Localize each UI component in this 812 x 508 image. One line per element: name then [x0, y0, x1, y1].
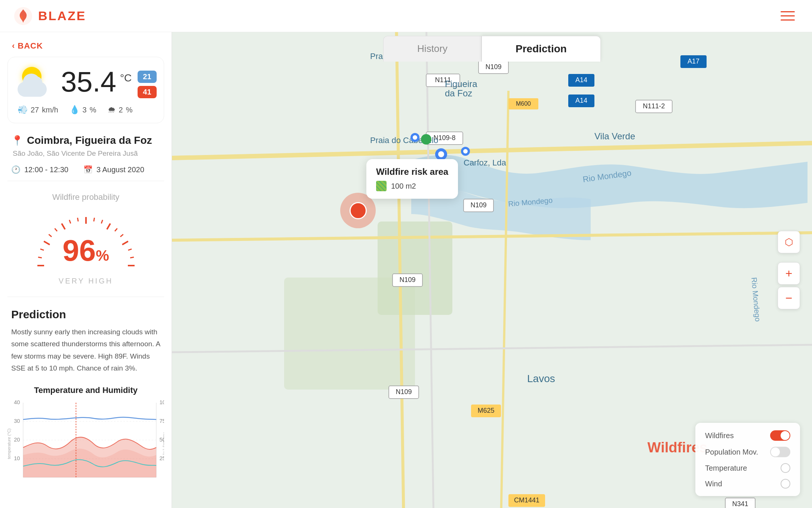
svg-text:N111-2: N111-2: [643, 102, 665, 110]
tab-history[interactable]: History: [383, 36, 482, 62]
divider-2: [7, 297, 164, 297]
svg-text:M600: M600: [516, 100, 531, 107]
zoom-in-button[interactable]: +: [778, 262, 800, 285]
layer-toggles-panel: Wildfires Population Mov. Temperature Wi…: [695, 423, 800, 496]
svg-point-92: [463, 149, 468, 154]
zoom-out-button[interactable]: −: [778, 287, 800, 309]
calendar-icon: 📅: [83, 165, 93, 174]
wind-unit: km/h: [42, 106, 58, 114]
divider-1: [7, 181, 164, 181]
svg-line-50: [501, 91, 508, 508]
svg-line-2: [38, 257, 41, 258]
probability-percent: %: [96, 247, 109, 264]
temperature-display: 35.4 °C: [61, 68, 132, 96]
temperature-toggle-label: Temperature: [705, 464, 747, 473]
layers-icon: ⬡: [785, 236, 793, 248]
rain-icon: 🌧: [108, 105, 116, 115]
weather-main-row: 35.4 °C 21 41: [18, 65, 154, 98]
svg-rect-45: [284, 278, 415, 390]
map-area: N111 N109 N109-8 A14 A17 N111-2 A14 N109…: [172, 32, 812, 508]
humidity-value: 3: [83, 106, 87, 114]
probability-label: Wildfire probability: [11, 192, 160, 202]
population-toggle-label: Population Mov.: [705, 448, 758, 456]
temp-value: 35.4: [61, 68, 116, 96]
minus-icon: −: [785, 291, 793, 305]
risk-popup-title: Wildfire risk area: [376, 167, 448, 177]
gauge-container: 96%: [34, 210, 138, 273]
prediction-title: Prediction: [11, 308, 160, 321]
svg-text:N109: N109: [470, 201, 486, 209]
svg-text:N109: N109: [396, 388, 412, 396]
weather-icon: [18, 67, 55, 97]
chart-svg: 40 30 20 10 100 75 50 25 temperature (°C…: [7, 399, 164, 489]
back-label: BACK: [18, 41, 43, 51]
date-value: 3 August 2020: [96, 165, 144, 174]
hamburger-menu[interactable]: [777, 7, 799, 24]
map-tabs: History Prediction: [172, 32, 812, 62]
time-item: 🕐 12:00 - 12:30: [11, 165, 68, 174]
population-toggle[interactable]: [770, 447, 790, 457]
location-name: 📍 Coimbra, Figueira da Foz: [11, 134, 160, 146]
temp-badge-high: 41: [138, 86, 156, 98]
svg-line-51: [172, 345, 812, 352]
humidity-unit: %: [90, 106, 96, 114]
temp-unit: °C: [120, 72, 132, 84]
prediction-section: Prediction Mostly sunny early then incre…: [0, 304, 172, 382]
hamburger-line-1: [781, 11, 795, 12]
layers-button[interactable]: ⬡: [778, 231, 800, 253]
svg-line-24: [107, 223, 110, 229]
logo-text: BLAZE: [38, 9, 86, 23]
svg-line-22: [62, 223, 65, 229]
clock-icon: 🕐: [11, 165, 21, 174]
svg-line-6: [55, 228, 57, 231]
svg-point-94: [413, 135, 417, 140]
temperature-radio[interactable]: [781, 463, 790, 473]
wind-value: 27: [31, 106, 39, 114]
back-button[interactable]: ‹ BACK: [0, 32, 172, 57]
svg-line-8: [69, 220, 70, 223]
fire-dot: [350, 202, 367, 219]
svg-text:Lavos: Lavos: [527, 373, 555, 384]
svg-line-25: [122, 241, 128, 245]
wildfires-toggle[interactable]: [770, 430, 790, 441]
svg-line-9: [77, 218, 78, 222]
svg-text:da Foz: da Foz: [445, 88, 472, 98]
svg-text:CM1441: CM1441: [514, 496, 539, 504]
wind-stat: 💨 27 km/h: [18, 105, 58, 115]
rain-value: 2: [119, 106, 123, 114]
header: BLAZE: [0, 0, 812, 32]
svg-line-11: [93, 218, 94, 222]
svg-text:A14: A14: [575, 76, 587, 84]
tab-prediction[interactable]: Prediction: [482, 36, 601, 62]
rain-unit: %: [126, 106, 133, 114]
probability-section: Wildfire probability: [0, 189, 172, 297]
svg-text:N109: N109: [485, 63, 501, 71]
svg-line-3: [40, 249, 43, 250]
svg-text:N109: N109: [399, 276, 415, 284]
hamburger-line-2: [781, 15, 795, 16]
map-controls: ⬡ + −: [778, 231, 800, 309]
svg-point-89: [438, 151, 444, 157]
weather-card: 35.4 °C 21 41 💨 27 km/h 💧 3: [7, 57, 164, 123]
logo: BLAZE: [13, 6, 86, 26]
wind-radio[interactable]: [781, 479, 790, 489]
time-value: 12:00 - 12:30: [24, 165, 68, 174]
back-chevron-icon: ‹: [12, 41, 15, 51]
probability-value: 96: [62, 234, 96, 267]
wildfire-risk-popup[interactable]: Wildfire risk area 100 m2: [366, 159, 458, 199]
hamburger-line-3: [781, 19, 795, 21]
area-value: 100 m2: [391, 182, 416, 190]
plus-icon: +: [785, 267, 793, 281]
wildfires-toggle-row: Wildfires: [705, 430, 790, 441]
svg-text:100: 100: [159, 399, 164, 405]
svg-text:humidity (%): humidity (%): [163, 433, 164, 455]
wildfires-toggle-label: Wildfires: [705, 431, 734, 440]
logo-icon: [13, 6, 33, 26]
risk-popup-area-row: 100 m2: [376, 181, 448, 191]
svg-line-18: [130, 257, 134, 258]
area-pattern-icon: [376, 181, 387, 191]
svg-text:A14: A14: [575, 97, 587, 104]
svg-text:75: 75: [159, 418, 164, 424]
svg-line-46: [172, 143, 812, 158]
time-date-row: 🕐 12:00 - 12:30 📅 3 August 2020: [11, 165, 160, 174]
